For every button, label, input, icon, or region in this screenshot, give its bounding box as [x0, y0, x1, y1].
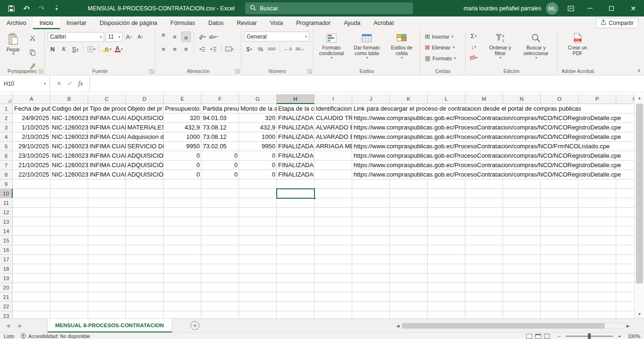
search-input[interactable]: Buscar	[245, 2, 413, 14]
column-header-O[interactable]: O	[541, 94, 578, 104]
cell-B7[interactable]: NIC-1260023	[50, 161, 88, 170]
copy-icon[interactable]	[27, 47, 37, 57]
cell-H5[interactable]: FINALIZADA	[277, 142, 314, 151]
accessibility-status[interactable]: Accesibilidad: No disponible	[21, 333, 90, 339]
align-right-icon[interactable]: ≡	[181, 44, 191, 54]
row-header-21[interactable]: 21	[0, 292, 13, 301]
new-sheet-icon[interactable]: +	[190, 321, 199, 330]
column-header-L[interactable]: L	[428, 94, 465, 104]
tab-archivo[interactable]: Archivo	[0, 16, 33, 29]
cell-A5[interactable]: 29/10/2025	[13, 142, 50, 151]
row-header-3[interactable]: 3	[0, 123, 13, 132]
row-header-17[interactable]: 17	[0, 255, 13, 264]
page-layout-view-icon[interactable]	[535, 334, 541, 339]
tab-revisar[interactable]: Revisar	[230, 16, 263, 29]
insert-cells-button[interactable]: ⊞Insertar▾	[423, 32, 457, 41]
row-header-7[interactable]: 7	[0, 161, 13, 170]
tab-inicio[interactable]: Inicio	[33, 16, 60, 29]
fill-handle[interactable]	[313, 197, 316, 200]
bold-button[interactable]: N	[48, 44, 58, 54]
cell-I4[interactable]: ALVARADO ES	[314, 132, 352, 141]
comma-format-icon[interactable]: 000	[267, 44, 277, 54]
cell-G1[interactable]: Monto de la a	[239, 104, 277, 113]
align-middle-icon[interactable]: ≡	[170, 32, 180, 42]
cell-F5[interactable]: 73.02.05	[201, 142, 239, 151]
cell-A3[interactable]: 1/10/2025	[13, 123, 50, 132]
cell-F6[interactable]: 0	[201, 151, 239, 160]
row-header-9[interactable]: 9	[0, 179, 13, 188]
decrease-indent-icon[interactable]	[197, 44, 207, 54]
column-header-H[interactable]: H	[277, 94, 314, 104]
zoom-in-icon[interactable]: +	[618, 333, 621, 339]
scroll-right-icon[interactable]: ▶	[624, 322, 632, 330]
row-header-16[interactable]: 16	[0, 245, 13, 254]
currency-format-icon[interactable]: $▾	[244, 44, 254, 54]
column-header-B[interactable]: B	[50, 94, 88, 104]
vertical-scrollbar[interactable]: ▲ ▼	[634, 94, 644, 318]
column-header-F[interactable]: F	[201, 94, 239, 104]
cell-H1[interactable]: Etapa de la co	[277, 104, 314, 113]
redo-icon[interactable]: ↷	[35, 2, 48, 15]
tab-datos[interactable]: Datos	[202, 16, 231, 29]
cell-D3[interactable]: MATERIALES	[126, 123, 164, 132]
cell-E5[interactable]: 9950	[164, 142, 201, 151]
name-box[interactable]: H10 ▾	[0, 75, 50, 92]
cell-G3[interactable]: 432,9	[239, 123, 277, 132]
cell-I2[interactable]: CLAUDIO TRU	[314, 113, 352, 122]
cell-E3[interactable]: 432,9	[164, 123, 201, 132]
find-select-button[interactable]: Buscar y seleccionar▾	[519, 31, 553, 60]
cell-G7[interactable]: 0	[239, 161, 277, 170]
cell-B4[interactable]: NIC-1260023	[50, 132, 88, 141]
tab-programador[interactable]: Programador	[289, 16, 337, 29]
zoom-out-icon[interactable]: −	[558, 333, 561, 339]
cell-D2[interactable]: ADQUISICION	[126, 113, 164, 122]
align-left-icon[interactable]: ≡	[158, 44, 168, 54]
cell-D8[interactable]: ADQUISICIÓN	[126, 170, 164, 179]
borders-icon[interactable]: ▾	[86, 44, 96, 54]
fill-down-icon[interactable]: ↓▾	[469, 42, 479, 51]
collapse-ribbon-icon[interactable]: ∧	[637, 68, 641, 73]
row-header-4[interactable]: 4	[0, 132, 13, 141]
cell-J3[interactable]: https://www.compraspublicas.gob.ec/Proce…	[352, 123, 634, 132]
cell-J6[interactable]: https://www.compraspublicas.gob.ec/Proce…	[352, 151, 634, 160]
delete-cells-button[interactable]: ⊠Eliminar▾	[423, 42, 457, 52]
orientation-icon[interactable]: ab▾	[197, 32, 207, 42]
tab-acrobat[interactable]: Acrobat	[367, 16, 400, 29]
column-header-Q[interactable]: Q	[616, 94, 634, 104]
column-header-A[interactable]: A	[13, 94, 50, 104]
cell-D6[interactable]: ADQUISICION	[126, 151, 164, 160]
name-box-dropdown-icon[interactable]: ▾	[44, 81, 46, 86]
cell-F2[interactable]: 94.01.03	[201, 113, 239, 122]
cell-C4[interactable]: INFIMA CUANTIA	[88, 132, 126, 141]
cell-I1[interactable]: Identificacion	[314, 104, 352, 113]
font-size-select[interactable]: 11▾	[106, 32, 123, 42]
column-header-M[interactable]: M	[465, 94, 503, 104]
cell-E6[interactable]: 0	[164, 151, 201, 160]
row-header-10[interactable]: 10	[0, 189, 13, 198]
row-header-6[interactable]: 6	[0, 151, 13, 160]
zoom-level[interactable]: 100%	[627, 333, 640, 339]
cell-J5[interactable]: https://www.compraspublicas.gob.ec/Proce…	[352, 142, 634, 151]
font-family-select[interactable]: Calibri▾	[48, 32, 104, 42]
cell-B8[interactable]: NIC-1260023	[50, 170, 88, 179]
share-button[interactable]: Compartir	[596, 18, 638, 28]
cell-F4[interactable]: 73.08.12	[201, 132, 239, 141]
cell-H7[interactable]: FINALIZADA	[277, 161, 314, 170]
column-header-N[interactable]: N	[503, 94, 541, 104]
cell-F3[interactable]: 73.08.12	[201, 123, 239, 132]
customize-quick-access-icon[interactable]: ▾	[50, 2, 63, 15]
align-top-icon[interactable]: ≡	[158, 32, 168, 42]
cell-D7[interactable]: ADQUISICIÓN	[126, 161, 164, 170]
tab-vista[interactable]: Vista	[264, 16, 290, 29]
cell-E7[interactable]: 0	[164, 161, 201, 170]
cell-J1[interactable]: Link para descargar el proceso de contra…	[352, 104, 634, 113]
row-header-15[interactable]: 15	[0, 236, 13, 245]
scroll-up-icon[interactable]: ▲	[635, 94, 644, 102]
italic-button[interactable]: K	[59, 44, 69, 54]
tab-insertar[interactable]: Insertar	[60, 16, 93, 29]
row-header-12[interactable]: 12	[0, 208, 13, 217]
zoom-slider-thumb[interactable]	[588, 333, 591, 339]
cell-A2[interactable]: 24/9/2025	[13, 113, 50, 122]
cut-icon[interactable]	[27, 33, 37, 43]
horizontal-scroll-thumb[interactable]	[402, 323, 605, 329]
